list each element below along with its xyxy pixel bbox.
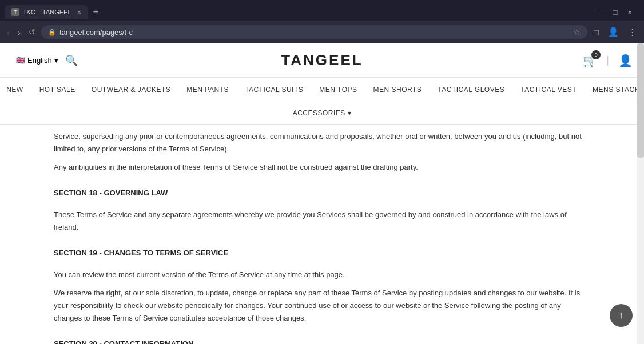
refresh-button[interactable]: ↺ (26, 26, 38, 38)
section19-heading: SECTION 19 - CHANGES TO TERMS OF SERVICE (54, 247, 590, 259)
header-right: 🛒 0 | 👤 (583, 54, 633, 67)
nav-item-hot-sale[interactable]: HOT SALE (31, 78, 84, 102)
section18-para: These Terms of Service and any separate … (54, 209, 590, 234)
menu-button[interactable]: ⋮ (625, 26, 639, 38)
bookmark-icon[interactable]: ☆ (573, 27, 581, 37)
account-icon[interactable]: 👤 (618, 54, 633, 67)
cart-badge: 0 (591, 50, 601, 59)
address-text: tangeel.com/pages/t-c (59, 28, 570, 37)
minimize-button[interactable]: — (593, 7, 606, 18)
language-label: English (27, 56, 52, 65)
nav-link-hot-sale[interactable]: HOT SALE (31, 78, 84, 102)
scrollbar-track[interactable] (637, 43, 644, 344)
language-selector[interactable]: 🇬🇧 English ▾ (11, 54, 63, 67)
browser-tab-active[interactable]: T T&C – TANGEEL × (5, 5, 88, 19)
nav-link-new[interactable]: NEW (0, 78, 31, 102)
nav-link-men-pants[interactable]: MEN PANTS (178, 78, 237, 102)
lock-icon: 🔒 (48, 29, 56, 36)
extensions-button[interactable]: □ (591, 26, 602, 38)
header-divider: | (606, 54, 609, 66)
nav-item-tactical-gloves[interactable]: TACTICAL GLOVES (430, 78, 512, 102)
tab-close-button[interactable]: × (77, 8, 82, 17)
nav-link-tactical-vest[interactable]: TACTICAL VEST (512, 78, 585, 102)
profile-button[interactable]: 👤 (605, 26, 622, 38)
search-icon[interactable]: 🔍 (63, 52, 80, 69)
nav-item-tactical-suits[interactable]: TACTICAL SUITS (237, 78, 311, 102)
nav-link-men-shorts[interactable]: MEN SHORTS (365, 78, 430, 102)
nav-item-men-shorts[interactable]: MEN SHORTS (365, 78, 430, 102)
nav-link-outwear[interactable]: OUTWEAR & JACKETS (84, 78, 179, 102)
address-bar[interactable]: 🔒 tangeel.com/pages/t-c ☆ (41, 25, 587, 39)
nav-accessories[interactable]: ACCESSORIES ▾ (0, 102, 644, 125)
browser-chrome: T T&C – TANGEEL × + — □ × ‹ › ↺ 🔒 tangee… (0, 0, 644, 43)
chevron-down-icon-accessories: ▾ (348, 109, 352, 117)
site-header: 🇬🇧 English ▾ 🔍 TANGEEL 🛒 0 | 👤 (0, 43, 644, 78)
nav-link-mens-stacked-jeans[interactable]: MENS STACKED JEANS (585, 78, 644, 102)
nav-link-accessories[interactable]: ACCESSORIES ▾ (281, 102, 363, 124)
content-area: Service, superseding any prior or contem… (0, 125, 644, 344)
site-nav: HOME NEW HOT SALE OUTWEAR & JACKETS MEN … (0, 78, 644, 102)
nav-list: HOME NEW HOT SALE OUTWEAR & JACKETS MEN … (11, 78, 633, 102)
forward-button[interactable]: › (15, 26, 23, 38)
page-wrapper: 🇬🇧 English ▾ 🔍 TANGEEL 🛒 0 | 👤 HOME NEW (0, 43, 644, 344)
section18-heading: SECTION 18 - GOVERNING LAW (54, 187, 590, 199)
tab-title: T&C – TANGEEL (23, 9, 71, 15)
back-to-top-button[interactable]: ↑ (610, 304, 633, 327)
nav-link-men-tops[interactable]: MEN TOPS (311, 78, 365, 102)
maximize-button[interactable]: □ (610, 7, 621, 18)
header-left: 🇬🇧 English ▾ (11, 54, 63, 67)
section17-para1: Service, superseding any prior or contem… (54, 130, 590, 155)
nav-item-tactical-vest[interactable]: TACTICAL VEST (512, 78, 585, 102)
nav-link-tactical-suits[interactable]: TACTICAL SUITS (237, 78, 311, 102)
new-tab-button[interactable]: + (90, 6, 101, 18)
nav-item-men-tops[interactable]: MEN TOPS (311, 78, 365, 102)
browser-toolbar: ‹ › ↺ 🔒 tangeel.com/pages/t-c ☆ □ 👤 ⋮ (0, 21, 644, 43)
nav-item-mens-stacked-jeans[interactable]: MENS STACKED JEANS (585, 78, 644, 102)
nav-item-outwear[interactable]: OUTWEAR & JACKETS (84, 78, 179, 102)
section17-para2: Any ambiguities in the interpretation of… (54, 161, 590, 174)
close-button[interactable]: × (625, 7, 635, 18)
scrollbar-thumb[interactable] (637, 43, 644, 158)
browser-window-controls: — □ × (593, 7, 639, 18)
chevron-down-icon: ▾ (54, 56, 58, 65)
nav-item-new[interactable]: NEW (0, 78, 31, 102)
nav-item-men-pants[interactable]: MEN PANTS (178, 78, 237, 102)
back-button[interactable]: ‹ (5, 26, 12, 38)
site-logo: TANGEEL (281, 51, 363, 69)
toolbar-actions: □ 👤 ⋮ (591, 26, 639, 38)
arrow-up-icon: ↑ (619, 310, 623, 321)
section19-para1: You can review the most current version … (54, 269, 590, 281)
accessories-label: ACCESSORIES (293, 109, 345, 117)
tab-favicon: T (11, 8, 19, 16)
flag-icon: 🇬🇧 (16, 56, 25, 65)
nav-link-tactical-gloves[interactable]: TACTICAL GLOVES (430, 78, 512, 102)
section19-para2: We reserve the right, at our sole discre… (54, 287, 590, 325)
browser-tab-bar: T T&C – TANGEEL × + — □ × (0, 0, 644, 21)
section20-heading: SECTION 20 - CONTACT INFORMATION (54, 338, 590, 344)
cart-button[interactable]: 🛒 0 (583, 54, 597, 67)
